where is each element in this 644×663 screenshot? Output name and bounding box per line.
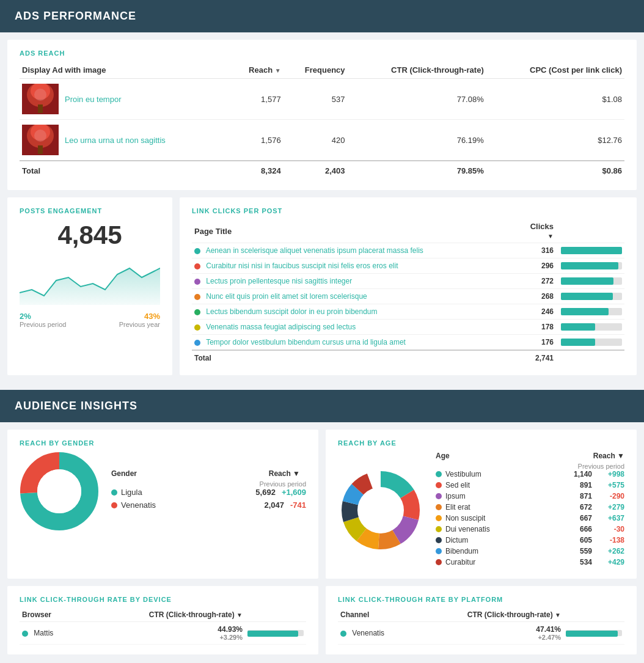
platform-bar bbox=[566, 631, 618, 637]
link-clicks-card: LINK CLICKS PER POST Page Title Clicks ▼ bbox=[180, 197, 637, 375]
reach-by-age-card: REACH BY AGE bbox=[326, 430, 637, 579]
ad-cpc: $1.08 bbox=[486, 79, 624, 120]
lc-page-title[interactable]: Lectus bibendum suscipit dolor in eu pro… bbox=[206, 307, 377, 316]
posts-engagement-label: POSTS ENGAGEMENT bbox=[20, 207, 160, 214]
age-dot bbox=[436, 515, 442, 521]
lc-bar-cell bbox=[556, 243, 624, 258]
ad-name[interactable]: Proin eu tempor bbox=[65, 95, 122, 104]
list-item: Dictum 605 -138 bbox=[436, 536, 624, 544]
lc-total-label: Total bbox=[192, 350, 525, 365]
platform-ctr-table: Channel CTR (Click-through-rate) ▼ bbox=[338, 608, 624, 645]
ad-reach: 1,577 bbox=[230, 79, 283, 120]
lc-page-title[interactable]: Lectus proin pellentesque nisi sagittis … bbox=[206, 277, 352, 285]
age-dot bbox=[436, 504, 442, 510]
col-cpc: CPC (Cost per link click) bbox=[486, 62, 624, 79]
lc-clicks-val: 316 bbox=[525, 243, 556, 258]
col-device-ctr[interactable]: CTR (Click-through-rate) ▼ bbox=[80, 608, 245, 622]
list-item: Dui venenatis 666 -30 bbox=[436, 525, 624, 533]
ctr-row: LINK CLICK-THROUGH RATE BY DEVICE Browse… bbox=[7, 586, 637, 654]
lc-total-row: Total 2,741 bbox=[192, 350, 624, 365]
lc-title-cell: Tempor dolor vestibulum bibendum cursus … bbox=[192, 335, 525, 351]
channel-label: Venenatis bbox=[352, 629, 384, 637]
total-frequency: 2,403 bbox=[284, 161, 348, 180]
gender-prev: +1,609 bbox=[282, 488, 306, 497]
list-item: Lectus bibendum suscipit dolor in eu pro… bbox=[192, 304, 624, 320]
ad-cell: Proin eu tempor bbox=[20, 79, 230, 120]
age-value: 666 bbox=[568, 525, 592, 533]
age-legend: Age Reach ▼ Previous period Vestibulum 1… bbox=[436, 452, 624, 569]
device-ctr-sort: ▼ bbox=[236, 612, 243, 618]
page-root: ADS PERFORMANCE ADS REACH Display Ad wit… bbox=[0, 0, 644, 654]
gender-donut-wrap: Gender Reach ▼ Previous period Ligula 5,… bbox=[20, 452, 306, 531]
svg-rect-3 bbox=[38, 104, 43, 113]
age-value: 891 bbox=[568, 481, 592, 489]
col-channel: Channel bbox=[338, 608, 412, 622]
link-ctr-platform-card: LINK CLICK-THROUGH RATE BY PLATFORM Chan… bbox=[326, 586, 637, 654]
gender-table-header: Gender Reach ▼ bbox=[111, 469, 306, 478]
lc-page-title[interactable]: Curabitur nisi nisi in faucibus suscipit… bbox=[206, 262, 398, 270]
device-bar-cell bbox=[245, 622, 306, 645]
ads-reach-table: Display Ad with image Reach ▼ Frequency … bbox=[20, 62, 624, 180]
age-donut-chart bbox=[338, 467, 423, 553]
age-prev: +998 bbox=[597, 470, 624, 478]
lc-title-cell: Aenean in scelerisque aliquet venenatis … bbox=[192, 243, 525, 258]
svg-point-13 bbox=[37, 469, 81, 513]
age-prev: -138 bbox=[597, 536, 624, 544]
posts-engagement-value: 4,845 bbox=[20, 221, 160, 250]
age-label: Dui venenatis bbox=[445, 525, 568, 533]
col-platform-bar bbox=[563, 608, 624, 622]
lc-page-title[interactable]: Nunc elit quis proin elit amet sit lorem… bbox=[206, 292, 367, 301]
col-browser: Browser bbox=[20, 608, 80, 622]
link-ctr-device-card: LINK CLICK-THROUGH RATE BY DEVICE Browse… bbox=[7, 586, 318, 654]
gender-label: Ligula bbox=[121, 488, 255, 497]
reach-sort-arrow: ▼ bbox=[275, 67, 281, 74]
posts-engagement-card: POSTS ENGAGEMENT 4,845 2% Prev bbox=[7, 197, 172, 375]
age-value: 1,140 bbox=[568, 470, 592, 478]
lc-dot bbox=[194, 324, 200, 331]
lc-dot bbox=[194, 309, 200, 315]
list-item: Ipsum 871 -290 bbox=[436, 492, 624, 500]
audience-insights-header: AUDIENCE INSIGHTS bbox=[0, 390, 644, 422]
lc-bar-cell bbox=[556, 335, 624, 351]
prev-year-label: Previous year bbox=[119, 321, 160, 328]
gender-dot bbox=[111, 502, 117, 508]
gender-prev-period-header: Previous period bbox=[111, 480, 306, 488]
age-prev: -30 bbox=[597, 525, 624, 533]
lc-clicks-val: 296 bbox=[525, 258, 556, 274]
age-label: Curabitur bbox=[445, 558, 568, 566]
lc-title-cell: Venenatis massa feugiat adipiscing sed l… bbox=[192, 320, 525, 335]
age-prev: +279 bbox=[597, 503, 624, 511]
link-clicks-label: LINK CLICKS PER POST bbox=[192, 207, 624, 214]
ads-total-row: Total 8,324 2,403 79.85% $0.86 bbox=[20, 161, 624, 180]
age-label: Ipsum bbox=[445, 492, 568, 500]
reach-by-gender-card: REACH BY GENDER Gender Reach ▼ bbox=[7, 430, 318, 579]
ad-name[interactable]: Leo urna urna ut non sagittis bbox=[65, 136, 166, 145]
reach-by-age-label: REACH BY AGE bbox=[338, 439, 624, 447]
svg-rect-8 bbox=[38, 145, 43, 154]
audience-insights-title: AUDIENCE INSIGHTS bbox=[15, 400, 137, 412]
gender-donut-chart bbox=[20, 452, 99, 531]
reach-by-gender-label: REACH BY GENDER bbox=[20, 439, 306, 447]
lc-bar-cell bbox=[556, 274, 624, 289]
sparkline-chart bbox=[20, 256, 160, 305]
table-row: Leo urna urna ut non sagittis 1,576 420 … bbox=[20, 120, 624, 161]
col-reach[interactable]: Reach ▼ bbox=[230, 62, 283, 79]
age-prev: +429 bbox=[597, 558, 624, 566]
ads-reach-card: ADS REACH Display Ad with image Reach ▼ … bbox=[7, 40, 637, 190]
lc-bar-cell bbox=[556, 258, 624, 274]
lc-dot bbox=[194, 263, 200, 269]
gender-dot bbox=[111, 489, 117, 496]
list-item: Ligula 5,692 +1,609 bbox=[111, 488, 306, 497]
lc-page-title[interactable]: Venenatis massa feugiat adipiscing sed l… bbox=[206, 323, 356, 331]
prev-year-pct: 43% bbox=[119, 312, 160, 321]
lc-title-cell: Lectus proin pellentesque nisi sagittis … bbox=[192, 274, 525, 289]
gender-reach-sort[interactable]: ▼ bbox=[293, 469, 300, 478]
lc-col-clicks[interactable]: Clicks ▼ bbox=[525, 219, 556, 243]
ads-reach-label: ADS REACH bbox=[20, 49, 624, 57]
lc-page-title[interactable]: Tempor dolor vestibulum bibendum cursus … bbox=[206, 338, 406, 346]
age-reach-sort[interactable]: ▼ bbox=[617, 452, 624, 460]
lc-page-title[interactable]: Aenean in scelerisque aliquet venenatis … bbox=[206, 246, 423, 255]
col-platform-ctr[interactable]: CTR (Click-through-rate) ▼ bbox=[412, 608, 563, 622]
ad-reach: 1,576 bbox=[230, 120, 283, 161]
clicks-sort-icon: ▼ bbox=[547, 233, 554, 240]
